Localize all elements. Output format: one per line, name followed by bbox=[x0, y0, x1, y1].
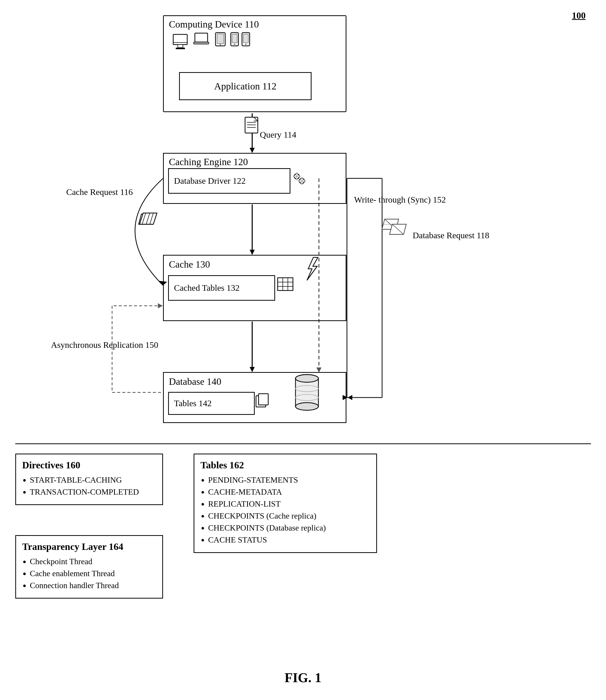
list-item: TRANSACTION-COMPLETED bbox=[30, 487, 156, 497]
directives-title: Directives 160 bbox=[22, 459, 156, 471]
tables-legend-list: PENDING-STATEMENTS CACHE-METADATA REPLIC… bbox=[208, 475, 370, 545]
svg-rect-25 bbox=[390, 224, 406, 234]
cached-tables-box: Cached Tables 132 bbox=[168, 275, 275, 301]
svg-line-75 bbox=[146, 213, 150, 224]
tables-legend-box: Tables 162 PENDING-STATEMENTS CACHE-META… bbox=[193, 454, 377, 553]
svg-rect-22 bbox=[382, 219, 399, 229]
tables-label: Tables 142 bbox=[174, 399, 212, 408]
figure-reference: 100 bbox=[572, 10, 586, 21]
list-item: CHECKPOINTS (Database replica) bbox=[208, 523, 370, 533]
list-item: CACHE STATUS bbox=[208, 535, 370, 545]
database-label: Database 140 bbox=[169, 376, 222, 387]
svg-line-23 bbox=[382, 219, 399, 229]
svg-rect-27 bbox=[245, 117, 258, 133]
list-item: Checkpoint Thread bbox=[30, 557, 156, 566]
divider bbox=[15, 444, 591, 444]
list-item: CACHE-METADATA bbox=[208, 487, 370, 497]
query-label: Query 114 bbox=[260, 130, 296, 140]
directives-list: START-TABLE-CACHING TRANSACTION-COMPLETE… bbox=[30, 475, 156, 497]
cache-label: Cache 130 bbox=[169, 258, 210, 270]
application-box: Application 112 bbox=[179, 72, 311, 100]
svg-line-74 bbox=[142, 213, 146, 224]
svg-marker-73 bbox=[140, 213, 157, 224]
svg-line-26 bbox=[390, 224, 406, 234]
write-through-label: Write- through (Sync) 152 bbox=[354, 194, 446, 206]
cache-request-label: Cache Request 116 bbox=[66, 186, 133, 198]
svg-marker-21 bbox=[158, 303, 163, 308]
list-item: START-TABLE-CACHING bbox=[30, 475, 156, 485]
list-item: PENDING-STATEMENTS bbox=[208, 475, 370, 485]
computing-device-label: Computing Device 110 bbox=[169, 19, 259, 30]
svg-marker-15 bbox=[348, 395, 352, 400]
transparency-list: Checkpoint Thread Cache enablement Threa… bbox=[30, 557, 156, 590]
svg-line-76 bbox=[150, 213, 153, 224]
list-item: Cache enablement Thread bbox=[30, 569, 156, 578]
db-driver-label: Database Driver 122 bbox=[174, 176, 246, 186]
tables-legend-title: Tables 162 bbox=[201, 459, 370, 471]
caching-engine-label: Caching Engine 120 bbox=[169, 156, 248, 167]
async-replication-label: Asynchronous Replication 150 bbox=[51, 339, 158, 351]
svg-rect-17 bbox=[139, 214, 155, 224]
db-driver-box: Database Driver 122 bbox=[168, 168, 290, 194]
database-request-label: Database Request 118 bbox=[413, 229, 489, 242]
svg-marker-3 bbox=[250, 250, 255, 255]
list-item: REPLICATION-LIST bbox=[208, 499, 370, 509]
svg-marker-5 bbox=[317, 367, 322, 372]
cached-tables-label: Cached Tables 132 bbox=[174, 283, 240, 293]
computing-device-box: Computing Device 110 Application 112 bbox=[163, 15, 346, 112]
application-label: Application 112 bbox=[214, 81, 277, 92]
tables-box: Tables 142 bbox=[168, 392, 255, 415]
transparency-box: Transparency Layer 164 Checkpoint Thread… bbox=[15, 535, 163, 599]
directives-box: Directives 160 START-TABLE-CACHING TRANS… bbox=[15, 454, 163, 505]
fig-caption: FIG. 1 bbox=[0, 670, 606, 685]
list-item: Connection handler Thread bbox=[30, 581, 156, 590]
svg-marker-7 bbox=[250, 367, 255, 372]
svg-marker-1 bbox=[250, 148, 255, 153]
transparency-title: Transparency Layer 164 bbox=[22, 541, 156, 552]
list-item: CHECKPOINTS (Cache replica) bbox=[208, 511, 370, 521]
